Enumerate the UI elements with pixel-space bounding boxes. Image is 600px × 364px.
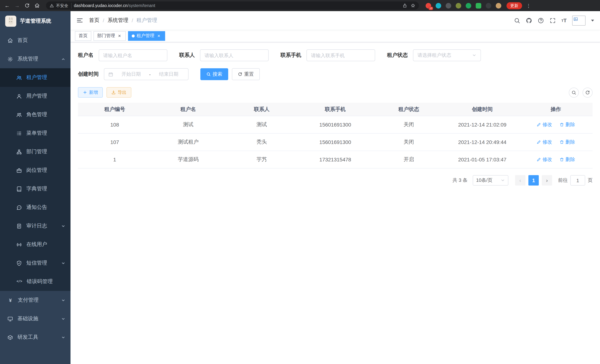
font-size-large-glyph: T (563, 18, 567, 23)
toggle-search-button[interactable] (569, 87, 579, 97)
sidebar-item-payment[interactable]: ¥ 支付管理 (0, 291, 71, 309)
fullscreen-button[interactable] (550, 17, 556, 24)
edit-link[interactable]: 修改 (536, 121, 552, 128)
chevron-down-icon (61, 224, 65, 228)
sidebar-item-error-code[interactable]: </> 错误码管理 (0, 272, 71, 291)
add-button[interactable]: 新增 (78, 87, 103, 98)
sidebar-item-role[interactable]: 角色管理 (0, 105, 71, 124)
tab-home[interactable]: 首页 (75, 31, 91, 41)
column-header: 租户名 (151, 106, 225, 113)
tab-tenant-active[interactable]: 租户管理 × (128, 31, 165, 41)
next-page-button[interactable]: › (542, 175, 552, 186)
extension-icon-4[interactable] (455, 2, 462, 9)
sidebar-item-post[interactable]: 岗位管理 (0, 161, 71, 180)
extension-icon-6[interactable] (475, 2, 482, 9)
edit-link[interactable]: 修改 (536, 139, 552, 145)
sidebar-item-tenant[interactable]: 租户管理 (0, 68, 71, 87)
user-avatar[interactable] (572, 15, 586, 25)
breadcrumb-home[interactable]: 首页 (89, 17, 99, 24)
security-warning-icon[interactable] (50, 3, 54, 8)
extension-icon-5[interactable] (465, 2, 472, 9)
sidebar-item-notice[interactable]: 通知公告 (0, 198, 71, 217)
rabbit-icon (6, 17, 15, 26)
users-icon (16, 75, 22, 80)
table-row: 1 芋道源码 芋艿 17321315478 开启 2021-01-05 17:0… (78, 151, 593, 168)
browser-profile-avatar[interactable] (495, 2, 502, 9)
browser-menu-icon[interactable]: ⋮ (525, 3, 532, 8)
browser-update-button[interactable]: 更新 (506, 2, 522, 9)
extension-icon-7[interactable] (485, 2, 492, 9)
browser-reload-button[interactable] (24, 2, 30, 9)
sidebar-item-devtools[interactable]: 研发工具 (0, 328, 71, 346)
filter-create-time: 创建时间 开始日期 - 结束日期 (78, 68, 188, 80)
header-search-button[interactable] (514, 17, 520, 24)
delete-link[interactable]: 删除 (560, 139, 575, 145)
status-select[interactable]: 请选择租户状态 (413, 49, 481, 61)
sidebar-item-label: 角色管理 (26, 111, 47, 118)
pagination: 共 3 条 10条/页 ‹ 1 › 前往 页 (78, 175, 593, 186)
contact-input[interactable] (205, 53, 264, 58)
sidebar-item-system[interactable]: 系统管理 (0, 50, 71, 68)
sidebar-fold-icon[interactable] (76, 17, 83, 24)
tenant-name-input[interactable] (103, 53, 163, 58)
extension-badge: 10 (429, 7, 433, 10)
column-header: 联系手机 (299, 106, 372, 113)
sidebar-item-user[interactable]: 用户管理 (0, 87, 71, 105)
date-end-placeholder[interactable]: 结束日期 (153, 71, 184, 78)
sidebar-item-home[interactable]: 首页 (0, 31, 71, 50)
share-icon[interactable] (403, 3, 407, 8)
sidebar-item-online-user[interactable]: 在线用户 (0, 235, 71, 254)
bookmark-star-icon[interactable] (411, 3, 415, 8)
extension-icon-3[interactable] (445, 2, 451, 9)
reset-button-label: 重置 (244, 71, 254, 78)
sidebar-item-dict[interactable]: 字典管理 (0, 180, 71, 198)
cell-tenant-id: 1 (78, 157, 151, 162)
monitor-icon (7, 316, 13, 322)
filter-label: 租户状态 (387, 52, 408, 59)
github-link[interactable] (526, 17, 532, 24)
avatar-dropdown-caret[interactable] (591, 19, 594, 21)
github-icon (526, 17, 532, 24)
page-number-button[interactable]: 1 (528, 175, 539, 186)
sidebar-item-label: 首页 (18, 37, 28, 44)
browser-forward-button[interactable]: → (14, 2, 20, 9)
cell-mobile: 17321315478 (299, 157, 372, 162)
security-label[interactable]: 不安全 (56, 3, 72, 8)
mobile-input[interactable] (311, 53, 371, 58)
roles-icon (16, 112, 22, 117)
prev-page-button[interactable]: ‹ (515, 175, 525, 186)
export-button[interactable]: 导出 (106, 87, 131, 98)
document-icon (16, 223, 22, 229)
sidebar-item-dept[interactable]: 部门管理 (0, 142, 71, 161)
delete-link[interactable]: 删除 (560, 121, 575, 128)
close-icon[interactable]: × (156, 33, 161, 38)
sidebar-item-audit-log[interactable]: 审计日志 (0, 217, 71, 235)
help-button[interactable] (538, 17, 544, 24)
close-icon[interactable]: × (117, 33, 122, 38)
browser-home-button[interactable] (34, 2, 40, 9)
tab-dept[interactable]: 部门管理 × (94, 31, 126, 41)
sidebar-item-menu[interactable]: 菜单管理 (0, 124, 71, 142)
sidebar-item-label: 审计日志 (26, 223, 47, 229)
delete-link[interactable]: 删除 (560, 156, 575, 163)
font-size-button[interactable]: TT (562, 18, 567, 23)
edit-link[interactable]: 修改 (536, 156, 552, 163)
app-logo[interactable]: 芋道管理系统 (0, 11, 71, 31)
sidebar-item-label: 在线用户 (26, 241, 47, 248)
sidebar-item-infra[interactable]: 基础设施 (0, 309, 71, 328)
goto-page-input[interactable] (570, 175, 585, 186)
extension-icon-1[interactable]: 10 (425, 2, 431, 9)
extension-icon-2[interactable] (435, 2, 441, 9)
refresh-table-button[interactable] (582, 87, 593, 97)
date-range-picker[interactable]: 开始日期 - 结束日期 (104, 68, 188, 80)
date-start-placeholder[interactable]: 开始日期 (116, 71, 147, 78)
cell-mobile: 15601691300 (299, 139, 372, 145)
select-placeholder: 请选择租户状态 (417, 52, 469, 59)
browser-back-button[interactable]: ← (4, 2, 10, 9)
search-button[interactable]: 搜索 (200, 68, 228, 80)
sidebar-item-sms[interactable]: 短信管理 (0, 254, 71, 272)
breadcrumb-system[interactable]: 系统管理 (108, 17, 128, 24)
reset-button[interactable]: 重置 (232, 68, 260, 80)
page-size-select[interactable]: 10条/页 (473, 175, 508, 186)
address-bar[interactable]: 不安全 dashboard.yudao.iocoder.cn/system/te… (46, 1, 419, 10)
